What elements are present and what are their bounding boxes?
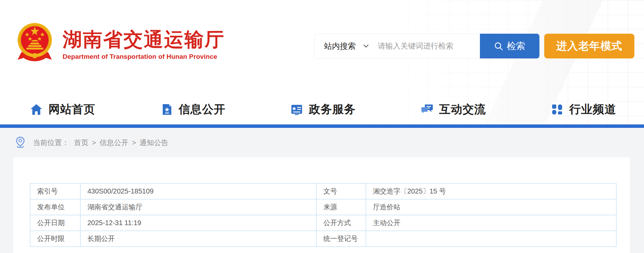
field-label: 来源 (316, 199, 366, 215)
nav-item-info-disclosure[interactable]: 信息公开 (160, 102, 226, 117)
field-value: 430S00/2025-185109 (80, 184, 316, 199)
site-subtitle: Department of Transportation of Hunan Pr… (63, 53, 225, 60)
content-card: 索引号 430S00/2025-185109 文号 湘交造字〔2025〕15 号… (13, 157, 630, 253)
table-row: 公开时限 长期公开 统一登记号 (30, 231, 616, 247)
field-label: 发布单位 (30, 199, 80, 215)
nav-label: 政务服务 (309, 102, 356, 117)
breadcrumb-link-notices[interactable]: 通知公告 (140, 138, 169, 147)
table-row: 索引号 430S00/2025-185109 文号 湘交造字〔2025〕15 号 (30, 184, 616, 199)
breadcrumb-prefix: 当前位置： (33, 138, 69, 147)
field-label: 公开日期 (30, 215, 80, 231)
table-row: 发布单位 湖南省交通运输厅 来源 厅造价站 (30, 199, 616, 215)
nav-label: 信息公开 (179, 102, 226, 117)
field-label: 统一登记号 (316, 231, 366, 247)
field-label: 文号 (316, 184, 366, 199)
search-box: 站内搜索 (314, 34, 480, 58)
field-label: 公开方式 (316, 215, 366, 231)
home-icon (30, 103, 43, 116)
table-row: 公开日期 2025-12-31 11:19 公开方式 主动公开 (30, 215, 616, 231)
field-value: 湖南省交通运输厅 (80, 199, 316, 215)
elder-mode-button[interactable]: 进入老年模式 (544, 34, 634, 58)
nav-item-industry-channels[interactable]: 行业频道 (551, 102, 616, 117)
header-divider-bar (0, 124, 644, 128)
breadcrumb-separator: > (92, 139, 96, 147)
grid-icon (551, 103, 564, 116)
nav-label: 互动交流 (439, 102, 486, 117)
nav-item-interaction[interactable]: 互动交流 (421, 102, 486, 117)
chat-icon (421, 103, 433, 116)
search-scope-dropdown[interactable]: 站内搜索 (314, 41, 369, 52)
services-icon (290, 103, 303, 116)
elder-mode-label: 进入老年模式 (556, 39, 622, 53)
field-value: 2025-12-31 11:19 (80, 215, 316, 231)
location-pin-icon (14, 136, 26, 149)
main-nav: 网站首页 信息公开 政务服务 (30, 97, 616, 122)
document-meta-table: 索引号 430S00/2025-185109 文号 湘交造字〔2025〕15 号… (30, 183, 616, 247)
breadcrumb: 当前位置： 首页 > 信息公开 > 通知公告 (0, 128, 644, 157)
chevron-down-icon (363, 44, 369, 48)
search-button[interactable]: 检索 (480, 34, 539, 58)
field-value (366, 231, 616, 247)
field-label: 索引号 (30, 184, 80, 199)
breadcrumb-link-home[interactable]: 首页 (74, 138, 88, 147)
search-input[interactable] (378, 42, 480, 51)
field-value: 厅造价站 (366, 199, 616, 215)
nav-item-gov-services[interactable]: 政务服务 (290, 102, 356, 117)
field-value: 长期公开 (80, 231, 316, 247)
nav-label: 行业频道 (569, 102, 616, 117)
field-value: 湘交造字〔2025〕15 号 (366, 184, 616, 199)
search-button-label: 检索 (507, 40, 525, 52)
site-logo[interactable]: 湖南省交通运输厅 Department of Transportation of… (17, 21, 225, 65)
search-scope-label: 站内搜索 (324, 41, 356, 52)
search-bar: 站内搜索 检索 进入老年模式 (314, 34, 634, 58)
national-emblem-icon (17, 21, 53, 65)
search-icon (494, 42, 503, 51)
info-doc-icon (160, 103, 173, 116)
field-value: 主动公开 (366, 215, 616, 231)
site-title: 湖南省交通运输厅 (63, 30, 225, 50)
field-label: 公开时限 (30, 231, 80, 247)
nav-label: 网站首页 (49, 102, 95, 117)
nav-item-home[interactable]: 网站首页 (30, 102, 95, 117)
site-header: 湖南省交通运输厅 Department of Transportation of… (0, 0, 644, 124)
breadcrumb-link-info[interactable]: 信息公开 (99, 138, 128, 147)
breadcrumb-separator: > (132, 139, 136, 147)
